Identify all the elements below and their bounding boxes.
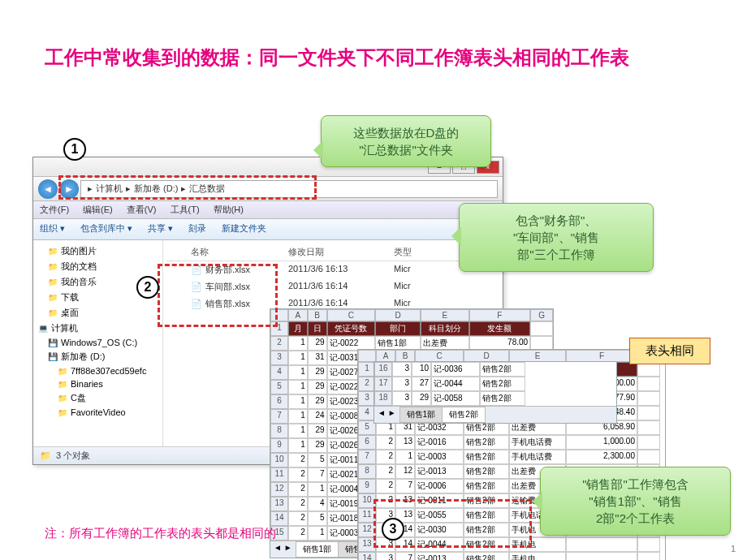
tree-item[interactable]: 7ff88e307ecd59efc [37,364,159,377]
callout-3: "销售部"工作簿包含 "销售1部"、"销售 2部"2个工作表 [540,467,731,536]
table-row: 18329记-0058销售2部 [374,391,616,406]
tree-item[interactable]: C盘 [37,390,159,406]
callout-yellow: 表头相同 [629,338,710,364]
file-list-header: 名称修改日期类型 [166,243,499,261]
menu-bar: 文件(F) 编辑(E) 查看(V) 工具(T) 帮助(H) [33,201,503,219]
sheet-tab[interactable]: 销售2部 [442,407,486,423]
tree-item[interactable]: 桌面 [37,305,159,321]
sheet-tab[interactable]: 销售1部 [296,541,339,558]
tree-item[interactable]: Binaries [37,377,159,390]
excel-sheet-3: 16310记-0036销售2部17327记-0044销售2部18329记-005… [374,361,617,424]
tool-include[interactable]: 包含到库中 ▾ [80,223,132,233]
table-row: 6213记-0016销售2部手机电话费1,000.00 [358,435,665,450]
highlight-box-2 [158,264,278,327]
table-row: 1437记-0013销售2部手机电 [358,552,665,560]
highlight-box-1 [58,175,317,200]
table-row: 16310记-0036销售2部 [374,362,616,377]
number-circle-1: 1 [63,138,86,161]
tool-organize[interactable]: 组织 ▾ [40,223,65,233]
menu-edit[interactable]: 编辑(E) [83,205,113,214]
tree-item[interactable]: 我的图片 [37,243,159,259]
menu-help[interactable]: 帮助(H) [214,205,244,214]
slide-title: 工作中常收集到的数据：同一文件夹下不同工作簿表头相同的工作表 [45,45,694,70]
number-circle-3: 3 [382,518,404,541]
tree-item[interactable]: 计算机 [37,321,159,336]
tree-item[interactable]: 我的文档 [37,259,159,274]
menu-file[interactable]: 文件(F) [40,205,69,214]
callout-2: 包含"财务部"、 "车间部"、"销售 部"三个工作簿 [459,203,654,272]
menu-view[interactable]: 查看(V) [127,205,157,214]
tree-item[interactable]: 新加卷 (D:) [37,349,159,364]
tool-newfolder[interactable]: 新建文件夹 [222,223,266,233]
footnote: 注：所有工作簿的工作表的表头都是相同的 [45,526,276,541]
back-button[interactable]: ◄ [38,179,58,199]
tree-item[interactable]: Windows7_OS (C:) [37,336,159,349]
tool-burn[interactable]: 刻录 [188,223,206,233]
page-number: 1 [731,544,736,554]
table-row: 721记-0003销售2部手机电话费2,300.00 [358,450,665,464]
sheet-tab[interactable]: 销售1部 [399,407,443,423]
callout-1: 这些数据放在D盘的 "汇总数据"文件夹 [321,115,491,167]
tool-share[interactable]: 共享 ▾ [148,223,173,233]
folder-tree[interactable]: 我的图片 我的文档 我的音乐 下载 桌面 计算机 Windows7_OS (C:… [33,240,163,446]
table-row: 17327记-0044销售2部 [374,377,616,391]
tree-item[interactable]: FavoriteVideo [37,406,159,419]
toolbar: 组织 ▾ 包含到库中 ▾ 共享 ▾ 刻录 新建文件夹 [33,219,503,240]
menu-tools[interactable]: 工具(T) [171,205,200,214]
number-circle-2: 2 [136,276,159,299]
